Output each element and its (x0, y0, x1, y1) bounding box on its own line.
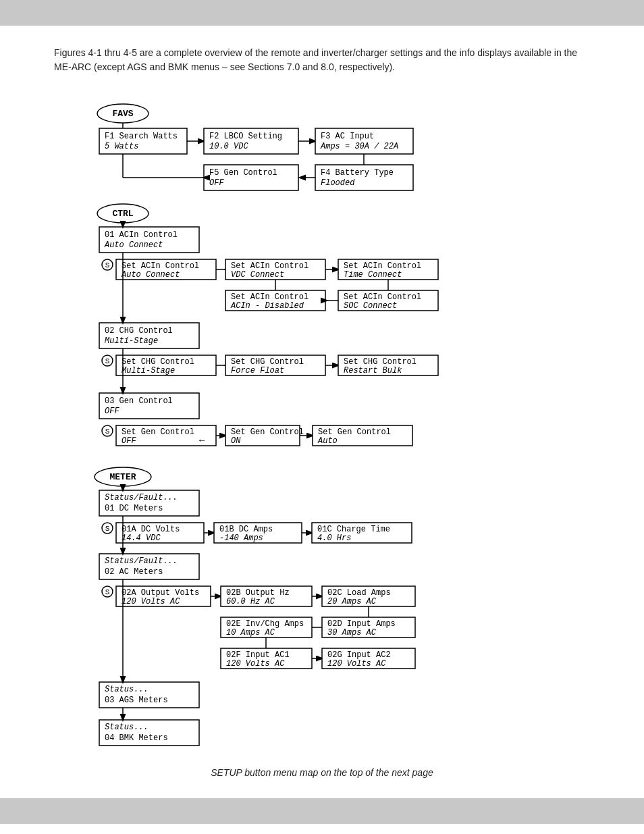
svg-text:02A Output Volts: 02A Output Volts (122, 588, 199, 598)
svg-text:METER: METER (109, 472, 136, 482)
svg-text:Status...: Status... (105, 685, 149, 694)
svg-text:14.4 VDC: 14.4 VDC (122, 533, 161, 543)
main-content: Figures 4-1 thru 4-5 are a complete over… (0, 26, 644, 798)
svg-text:03 AGS Meters: 03 AGS Meters (105, 696, 168, 705)
svg-text:CTRL: CTRL (112, 209, 133, 219)
caption: SETUP button menu map on the top of the … (54, 767, 590, 778)
svg-text:02G Input AC2: 02G Input AC2 (327, 650, 391, 660)
svg-text:Set Gen Control: Set Gen Control (318, 427, 391, 437)
svg-text:10.0 VDC: 10.0 VDC (209, 142, 248, 151)
svg-text:Auto Connect: Auto Connect (121, 270, 180, 280)
svg-text:S: S (105, 525, 110, 533)
svg-text:Set ACIn Control: Set ACIn Control (344, 261, 421, 271)
svg-text:Time Connect: Time Connect (344, 270, 402, 280)
svg-text:VDC Connect: VDC Connect (231, 270, 284, 280)
svg-text:02F Input AC1: 02F Input AC1 (226, 650, 290, 660)
svg-text:F1  Search Watts: F1 Search Watts (105, 132, 178, 141)
svg-text:01 DC Meters: 01 DC Meters (105, 504, 163, 513)
diagram-svg: FAVS F1 Search Watts 5 Watts F2 LBCO Set… (59, 93, 585, 755)
svg-text:30 Amps AC: 30 Amps AC (327, 628, 377, 637)
svg-text:Set ACIn Control: Set ACIn Control (122, 261, 199, 271)
svg-text:10 Amps AC: 10 Amps AC (226, 628, 275, 637)
top-bar (0, 0, 644, 26)
svg-text:-140 Amps: -140 Amps (219, 533, 263, 543)
svg-text:S: S (105, 427, 110, 436)
svg-text:ACIn - Disabled: ACIn - Disabled (230, 301, 304, 311)
svg-text:Force Float: Force Float (231, 366, 284, 375)
svg-text:03  Gen Control: 03 Gen Control (105, 396, 173, 406)
svg-text:01  ACIn Control: 01 ACIn Control (105, 230, 178, 240)
svg-text:Status/Fault...: Status/Fault... (105, 556, 178, 566)
svg-text:F2  LBCO Setting: F2 LBCO Setting (209, 132, 282, 141)
svg-text:60.0 Hz AC: 60.0 Hz AC (226, 597, 275, 606)
svg-text:4.0 Hrs: 4.0 Hrs (317, 533, 351, 543)
svg-text:02E Inv/Chg Amps: 02E Inv/Chg Amps (226, 619, 304, 629)
svg-text:02 AC Meters: 02 AC Meters (105, 567, 163, 577)
svg-text:OFF: OFF (105, 407, 119, 416)
svg-text:OFF: OFF (209, 178, 224, 188)
svg-text:02C Load Amps: 02C Load Amps (327, 588, 391, 598)
svg-text:S: S (105, 261, 110, 269)
svg-text:Restart Bulk: Restart Bulk (344, 366, 402, 375)
svg-text:S: S (105, 357, 110, 365)
svg-text:Set ACIn Control: Set ACIn Control (231, 261, 308, 271)
svg-text:02B Output Hz: 02B Output Hz (226, 588, 290, 598)
svg-text:01C Charge Time: 01C Charge Time (317, 525, 390, 534)
svg-text:120 Volts AC: 120 Volts AC (327, 659, 386, 669)
svg-text:Status...: Status... (105, 723, 149, 732)
svg-text:Set Gen Control: Set Gen Control (231, 427, 304, 437)
svg-text:OFF: OFF (122, 436, 136, 446)
intro-paragraph: Figures 4-1 thru 4-5 are a complete over… (54, 46, 590, 74)
svg-text:20 Amps AC: 20 Amps AC (327, 597, 377, 606)
svg-text:Multi-Stage: Multi-Stage (122, 366, 175, 375)
svg-text:120 Volts AC: 120 Volts AC (226, 659, 285, 669)
svg-text:Set ACIn Control: Set ACIn Control (231, 292, 308, 302)
svg-text:Status/Fault...: Status/Fault... (105, 493, 178, 502)
svg-text:Set CHG Control: Set CHG Control (344, 357, 417, 367)
svg-text:Flooded: Flooded (321, 178, 355, 188)
svg-text:120 Volts AC: 120 Volts AC (122, 597, 180, 606)
svg-text:Set CHG Control: Set CHG Control (231, 357, 304, 367)
svg-text:FAVS: FAVS (112, 109, 133, 119)
svg-text:5 Watts: 5 Watts (105, 142, 138, 151)
svg-text:Set Gen Control: Set Gen Control (122, 427, 194, 437)
svg-text:01A DC Volts: 01A DC Volts (122, 525, 180, 534)
svg-text:S: S (105, 588, 110, 596)
svg-text:F4  Battery Type: F4 Battery Type (321, 168, 394, 178)
svg-text:F3  AC Input: F3 AC Input (321, 132, 374, 141)
svg-text:Auto: Auto (317, 436, 338, 446)
svg-text:Set ACIn Control: Set ACIn Control (344, 292, 421, 302)
svg-text:SOC Connect: SOC Connect (344, 301, 397, 311)
svg-text:Auto Connect: Auto Connect (104, 240, 163, 250)
svg-text:Set CHG Control: Set CHG Control (122, 357, 194, 367)
svg-text:04 BMK Meters: 04 BMK Meters (105, 733, 168, 743)
bottom-bar (0, 798, 644, 824)
svg-text:←: ← (199, 435, 205, 446)
svg-text:Multi-Stage: Multi-Stage (105, 336, 158, 346)
svg-text:Amps = 30A / 22A: Amps = 30A / 22A (320, 142, 398, 151)
svg-text:02D Input Amps: 02D Input Amps (327, 619, 396, 629)
svg-text:02  CHG Control: 02 CHG Control (105, 326, 173, 336)
svg-text:F5  Gen Control: F5 Gen Control (209, 168, 277, 178)
svg-text:ON: ON (231, 436, 241, 446)
svg-text:01B DC Amps: 01B DC Amps (219, 525, 273, 534)
